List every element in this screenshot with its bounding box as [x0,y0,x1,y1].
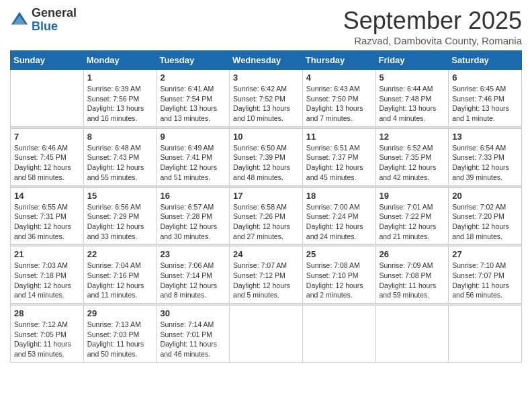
day-cell: 14Sunrise: 6:55 AMSunset: 7:31 PMDayligh… [11,187,84,244]
week-row-5: 28Sunrise: 7:12 AMSunset: 7:05 PMDayligh… [11,306,522,363]
day-cell: 25Sunrise: 7:08 AMSunset: 7:10 PMDayligh… [302,246,375,304]
day-info: Sunrise: 7:06 AMSunset: 7:14 PMDaylight:… [160,261,226,300]
day-cell: 17Sunrise: 6:58 AMSunset: 7:26 PMDayligh… [230,187,303,244]
day-cell: 22Sunrise: 7:04 AMSunset: 7:16 PMDayligh… [83,246,157,304]
day-info: Sunrise: 7:14 AMSunset: 7:01 PMDaylight:… [160,320,226,359]
day-cell: 13Sunrise: 6:54 AMSunset: 7:33 PMDayligh… [449,128,522,185]
weekday-header-thursday: Thursday [302,51,375,70]
day-info: Sunrise: 7:01 AMSunset: 7:22 PMDaylight:… [380,202,445,242]
day-info: Sunrise: 6:45 AMSunset: 7:46 PMDaylight:… [452,84,518,124]
weekday-header-monday: Monday [83,51,157,70]
day-number: 10 [233,132,299,142]
day-cell [302,306,375,363]
day-info: Sunrise: 6:41 AMSunset: 7:54 PMDaylight:… [160,84,226,124]
day-info: Sunrise: 6:43 AMSunset: 7:50 PMDaylight:… [306,84,372,124]
day-cell: 12Sunrise: 6:52 AMSunset: 7:35 PMDayligh… [375,128,449,185]
day-number: 12 [380,132,445,142]
week-row-4: 21Sunrise: 7:03 AMSunset: 7:18 PMDayligh… [11,246,522,304]
day-cell: 7Sunrise: 6:46 AMSunset: 7:45 PMDaylight… [11,128,84,185]
day-info: Sunrise: 7:09 AMSunset: 7:08 PMDaylight:… [380,261,445,300]
day-cell: 5Sunrise: 6:44 AMSunset: 7:48 PMDaylight… [375,70,449,127]
day-number: 20 [452,191,518,201]
weekday-header-sunday: Sunday [11,51,84,70]
week-row-3: 14Sunrise: 6:55 AMSunset: 7:31 PMDayligh… [11,187,522,244]
day-info: Sunrise: 6:49 AMSunset: 7:41 PMDaylight:… [160,143,226,183]
day-cell: 2Sunrise: 6:41 AMSunset: 7:54 PMDaylight… [157,70,230,127]
day-cell: 6Sunrise: 6:45 AMSunset: 7:46 PMDaylight… [449,70,522,127]
day-cell: 23Sunrise: 7:06 AMSunset: 7:14 PMDayligh… [157,246,230,304]
weekday-header-tuesday: Tuesday [157,51,230,70]
day-info: Sunrise: 7:08 AMSunset: 7:10 PMDaylight:… [306,261,372,300]
day-number: 2 [160,73,226,83]
day-number: 23 [160,249,226,259]
day-number: 1 [87,73,153,83]
day-cell: 28Sunrise: 7:12 AMSunset: 7:05 PMDayligh… [11,306,84,363]
day-number: 4 [306,73,372,83]
day-cell: 15Sunrise: 6:56 AMSunset: 7:29 PMDayligh… [83,187,157,244]
day-info: Sunrise: 7:12 AMSunset: 7:05 PMDaylight:… [14,320,80,359]
page-header: General Blue September 2025 Razvad, Damb… [10,7,522,46]
location-title: Razvad, Dambovita County, Romania [343,35,522,46]
week-row-1: 1Sunrise: 6:39 AMSunset: 7:56 PMDaylight… [11,70,522,127]
day-info: Sunrise: 6:46 AMSunset: 7:45 PMDaylight:… [14,143,80,183]
day-cell: 29Sunrise: 7:13 AMSunset: 7:03 PMDayligh… [83,306,157,363]
day-info: Sunrise: 6:57 AMSunset: 7:28 PMDaylight:… [160,202,226,242]
day-number: 3 [233,73,299,83]
weekday-header-wednesday: Wednesday [230,51,303,70]
day-cell: 10Sunrise: 6:50 AMSunset: 7:39 PMDayligh… [230,128,303,185]
day-info: Sunrise: 6:48 AMSunset: 7:43 PMDaylight:… [87,143,153,183]
day-info: Sunrise: 6:39 AMSunset: 7:56 PMDaylight:… [87,84,153,124]
day-cell: 8Sunrise: 6:48 AMSunset: 7:43 PMDaylight… [83,128,157,185]
calendar: SundayMondayTuesdayWednesdayThursdayFrid… [10,50,522,363]
day-info: Sunrise: 6:56 AMSunset: 7:29 PMDaylight:… [87,202,153,242]
logo: General Blue [10,7,77,34]
weekday-header-row: SundayMondayTuesdayWednesdayThursdayFrid… [11,51,522,70]
weekday-header-saturday: Saturday [449,51,522,70]
day-number: 27 [452,249,518,259]
weekday-header-friday: Friday [375,51,449,70]
title-block: September 2025 Razvad, Dambovita County,… [343,7,522,46]
day-number: 6 [452,73,518,83]
day-number: 19 [380,191,445,201]
day-cell: 21Sunrise: 7:03 AMSunset: 7:18 PMDayligh… [11,246,84,304]
day-number: 21 [14,249,80,259]
logo-general: General [32,7,77,20]
day-number: 5 [380,73,445,83]
day-cell: 26Sunrise: 7:09 AMSunset: 7:08 PMDayligh… [375,246,449,304]
day-cell: 24Sunrise: 7:07 AMSunset: 7:12 PMDayligh… [230,246,303,304]
day-number: 24 [233,249,299,259]
day-info: Sunrise: 7:02 AMSunset: 7:20 PMDaylight:… [452,202,518,242]
day-cell [375,306,449,363]
day-number: 17 [233,191,299,201]
day-number: 14 [14,191,80,201]
day-number: 11 [306,132,372,142]
day-number: 29 [87,308,153,318]
day-info: Sunrise: 6:51 AMSunset: 7:37 PMDaylight:… [306,143,372,183]
day-info: Sunrise: 7:04 AMSunset: 7:16 PMDaylight:… [87,261,153,300]
day-cell: 9Sunrise: 6:49 AMSunset: 7:41 PMDaylight… [157,128,230,185]
day-info: Sunrise: 7:03 AMSunset: 7:18 PMDaylight:… [14,261,80,300]
day-cell [449,306,522,363]
day-number: 26 [380,249,445,259]
day-cell: 19Sunrise: 7:01 AMSunset: 7:22 PMDayligh… [375,187,449,244]
day-number: 9 [160,132,226,142]
day-number: 28 [14,308,80,318]
day-cell: 30Sunrise: 7:14 AMSunset: 7:01 PMDayligh… [157,306,230,363]
day-number: 30 [160,308,226,318]
day-info: Sunrise: 6:54 AMSunset: 7:33 PMDaylight:… [452,143,518,183]
day-cell: 16Sunrise: 6:57 AMSunset: 7:28 PMDayligh… [157,187,230,244]
day-cell: 11Sunrise: 6:51 AMSunset: 7:37 PMDayligh… [302,128,375,185]
logo-text: General Blue [32,7,77,34]
day-cell: 1Sunrise: 6:39 AMSunset: 7:56 PMDaylight… [83,70,157,127]
logo-icon [10,11,29,30]
week-row-2: 7Sunrise: 6:46 AMSunset: 7:45 PMDaylight… [11,128,522,185]
day-cell [11,70,84,127]
logo-blue: Blue [32,20,77,34]
day-number: 25 [306,249,372,259]
day-number: 7 [14,132,80,142]
day-number: 16 [160,191,226,201]
day-cell: 3Sunrise: 6:42 AMSunset: 7:52 PMDaylight… [230,70,303,127]
day-info: Sunrise: 6:52 AMSunset: 7:35 PMDaylight:… [380,143,445,183]
day-info: Sunrise: 7:07 AMSunset: 7:12 PMDaylight:… [233,261,299,300]
day-number: 13 [452,132,518,142]
